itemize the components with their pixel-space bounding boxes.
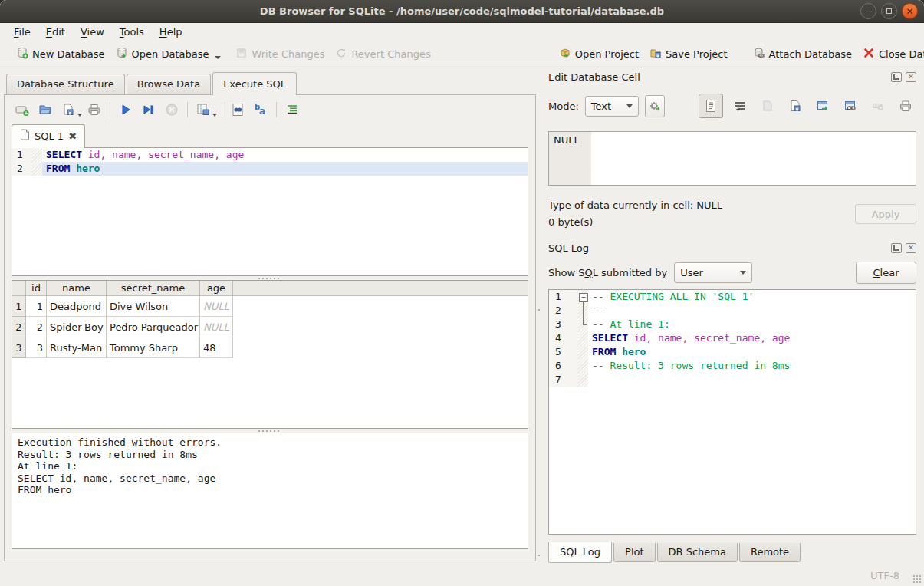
write-changes-button[interactable]: Write Changes <box>230 44 330 64</box>
table-cell[interactable]: Spider-Boy <box>47 317 107 337</box>
code-line[interactable]: 2-- <box>549 304 916 318</box>
close-button[interactable]: ✕ <box>902 3 918 19</box>
column-header-secret_name[interactable]: secret_name <box>107 281 200 296</box>
open-database-dropdown-icon[interactable] <box>215 56 221 59</box>
code-line[interactable]: 1-- EXECUTING ALL IN 'SQL 1' <box>549 290 916 304</box>
column-header-id[interactable]: id <box>26 281 47 296</box>
code-line[interactable]: 2FROM hero <box>12 162 528 176</box>
column-header-name[interactable]: name <box>47 281 107 296</box>
tab-remote[interactable]: Remote <box>739 543 801 562</box>
encoding-indicator[interactable]: UTF-8 <box>870 570 899 581</box>
menu-file[interactable]: File <box>6 25 38 39</box>
new-database-button[interactable]: New Database <box>11 44 110 64</box>
sql-editor[interactable]: 1SELECT id, name, secret_name, age2FROM … <box>12 147 528 276</box>
print-cell-button[interactable] <box>895 95 916 117</box>
table-row[interactable]: 11DeadpondDive WilsonNULL <box>12 296 528 317</box>
open-database-button[interactable]: Open Database <box>110 44 215 64</box>
table-cell[interactable]: 3 <box>26 337 47 358</box>
execute-all-button[interactable] <box>115 99 136 120</box>
attach-database-button[interactable]: Attach Database <box>748 44 857 64</box>
save-results-button[interactable] <box>192 99 214 120</box>
save-project-button[interactable]: Save Project <box>644 44 733 64</box>
table-cell[interactable]: Pedro Parqueador <box>107 317 200 337</box>
code-line[interactable]: 5FROM hero <box>549 345 916 359</box>
tab-plot[interactable]: Plot <box>613 543 656 562</box>
menu-tools[interactable]: Tools <box>112 25 152 39</box>
revert-changes-button[interactable]: Revert Changes <box>330 44 436 64</box>
clear-log-button[interactable]: Clear <box>856 262 916 284</box>
titlebar[interactable]: DB Browser for SQLite - /home/user/code/… <box>0 0 924 23</box>
code-line[interactable]: 4SELECT id, name, secret_name, age <box>549 331 916 345</box>
format-sql-button[interactable] <box>281 99 303 120</box>
apply-settings-button[interactable] <box>645 95 665 117</box>
row-header[interactable]: 2 <box>12 317 26 337</box>
open-in-external-app-button[interactable] <box>812 95 834 117</box>
maximize-button[interactable] <box>881 3 897 19</box>
code-line[interactable]: 6-- Result: 3 rows returned in 8ms <box>549 359 916 373</box>
table-corner[interactable] <box>12 281 26 296</box>
row-header[interactable]: 1 <box>12 296 26 317</box>
print-sql-button[interactable] <box>84 99 105 120</box>
new-database-label: New Database <box>32 48 105 60</box>
execution-message-area[interactable]: Execution finished without errors.Result… <box>12 433 528 549</box>
table-cell[interactable]: Dive Wilson <box>107 296 200 317</box>
import-cell-data-button[interactable] <box>757 95 778 117</box>
save-sql-file-button[interactable] <box>58 99 79 120</box>
close-sql-tab-icon[interactable]: ✖ <box>68 131 77 141</box>
submitted-by-select[interactable]: User <box>674 262 752 283</box>
text-mode-button[interactable] <box>699 94 723 118</box>
table-cell[interactable]: NULL <box>200 317 233 337</box>
open-sql-file-button[interactable] <box>35 99 56 120</box>
tab-sql-log[interactable]: SQL Log <box>548 542 612 563</box>
table-row[interactable]: 22Spider-BoyPedro ParqueadorNULL <box>12 317 528 337</box>
table-cell[interactable]: NULL <box>200 296 233 317</box>
tab-db-schema[interactable]: DB Schema <box>657 543 738 562</box>
autocomplete-button[interactable]: ba <box>250 99 271 120</box>
tab-browse-data[interactable]: Browse Data <box>127 74 212 94</box>
menu-view[interactable]: View <box>73 25 112 39</box>
cell-editor-body[interactable] <box>591 132 916 185</box>
table-cell[interactable]: Rusty-Man <box>47 337 107 358</box>
close-panel-button[interactable]: ✕ <box>906 243 916 253</box>
resize-grip[interactable] <box>912 574 922 584</box>
code-line[interactable]: 3-- At line 1: <box>549 318 916 331</box>
export-cell-data-button[interactable] <box>784 95 806 117</box>
code-line[interactable]: 7 <box>549 373 916 387</box>
new-sql-tab-button[interactable] <box>12 99 33 120</box>
table-cell[interactable]: Deadpond <box>47 296 107 317</box>
sql-1-tab[interactable]: SQL 1 ✖ <box>12 124 85 148</box>
mode-select[interactable]: Text <box>585 96 639 117</box>
close-database-button[interactable]: Close Database <box>857 44 924 64</box>
save-sql-dropdown-icon[interactable] <box>77 114 82 117</box>
row-header[interactable]: 3 <box>12 337 26 358</box>
cell-value-editor[interactable]: NULL <box>548 131 916 186</box>
save-results-dropdown-icon[interactable] <box>212 114 217 117</box>
table-row[interactable]: 33Rusty-ManTommy Sharp48 <box>12 337 528 358</box>
tab-execute-sql[interactable]: Execute SQL <box>212 72 297 95</box>
find-text-button[interactable] <box>227 99 248 120</box>
word-wrap-button[interactable] <box>729 95 751 117</box>
table-cell[interactable]: 1 <box>26 296 47 317</box>
execute-current-line-button[interactable] <box>138 99 159 120</box>
table-cell[interactable]: 48 <box>200 337 233 358</box>
stop-execution-button[interactable] <box>161 99 182 120</box>
apply-button[interactable]: Apply <box>855 204 916 224</box>
copy-url-button[interactable] <box>840 95 861 117</box>
menu-edit[interactable]: Edit <box>38 25 73 39</box>
close-panel-button[interactable]: ✕ <box>906 72 916 82</box>
fold-marker[interactable] <box>578 290 588 304</box>
column-header-age[interactable]: age <box>200 281 233 296</box>
execute-sql-panel: ba SQL 1 ✖ 1SELECT id, name, secret_name… <box>4 94 536 561</box>
float-panel-button[interactable] <box>891 72 902 82</box>
sql-log-view[interactable]: 1-- EXECUTING ALL IN 'SQL 1'2--3-- At li… <box>548 289 916 535</box>
float-panel-button[interactable] <box>891 243 902 253</box>
sql-toolbar-separator <box>187 102 188 117</box>
tab-database-structure[interactable]: Database Structure <box>6 74 125 94</box>
code-line[interactable]: 1SELECT id, name, secret_name, age <box>12 148 528 162</box>
table-cell[interactable]: Tommy Sharp <box>107 337 200 358</box>
menu-help[interactable]: Help <box>152 25 190 39</box>
table-cell[interactable]: 2 <box>26 317 47 337</box>
set-null-button[interactable] <box>867 95 889 117</box>
open-project-button[interactable]: Open Project <box>554 44 644 64</box>
minimize-button[interactable]: − <box>860 3 876 19</box>
